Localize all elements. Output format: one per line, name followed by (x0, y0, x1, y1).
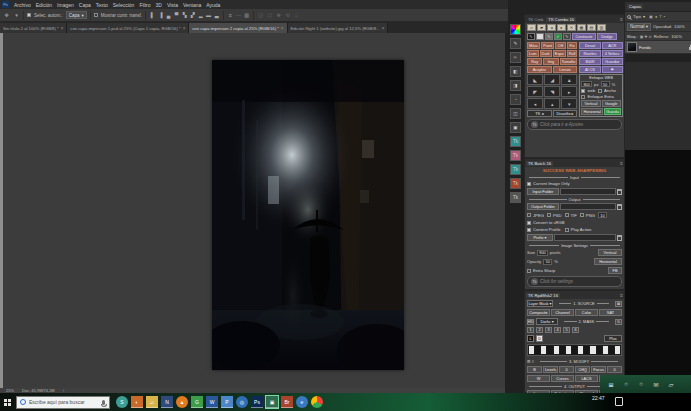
zone-key[interactable] (529, 346, 534, 354)
brush-chip-icon[interactable]: ✎ (536, 33, 544, 40)
combo-action-button[interactable]: Paint (541, 42, 554, 49)
zone-key[interactable] (560, 346, 565, 354)
zone-key[interactable] (603, 346, 608, 354)
input-folder-button[interactable]: Input Folder (527, 188, 559, 195)
document-tab[interactable]: Sin título-1 al 100% (RGB/8) * × (0, 23, 67, 33)
brush-chip-icon[interactable]: ✎ (563, 33, 571, 40)
play-action-checkbox[interactable] (565, 228, 569, 232)
combo-action-button[interactable]: Lienzo (553, 66, 578, 73)
combo-purple-button[interactable]: B&W (579, 58, 600, 65)
taskbar-search-box[interactable]: Escribe aquí para buscar (16, 396, 110, 409)
combo-purple-button[interactable]: ACR (602, 42, 623, 49)
format-checkbox[interactable] (565, 213, 569, 217)
zone-key[interactable] (584, 346, 589, 354)
output-folder-field[interactable] (560, 203, 616, 210)
contrast-button[interactable]: Contraste (572, 33, 596, 40)
input-folder-field[interactable] (560, 188, 616, 195)
guarda-button[interactable]: Guarda (604, 108, 621, 115)
combo-purple-button[interactable]: Guardar (602, 58, 623, 65)
modify-button[interactable]: B (527, 366, 542, 373)
mask-preview-button[interactable]: ◢ (544, 74, 560, 85)
align-icon[interactable]: ▃ (213, 12, 220, 18)
tk-module-icon[interactable]: ✎ (510, 38, 521, 49)
modify-button[interactable]: W (527, 375, 550, 382)
combo-action-button[interactable]: Roll (567, 50, 578, 57)
blend-mode-dropdown[interactable]: Normal ▾ (627, 23, 651, 31)
taskbar-app-icon[interactable]: ◐ (131, 396, 143, 408)
tray-icon[interactable]: ○ (622, 380, 630, 388)
combo-toolbar-icon[interactable]: ▰ (537, 24, 546, 31)
combo-toolbar-icon[interactable]: ▥ (597, 24, 606, 31)
modify-button[interactable]: CH() (575, 366, 590, 373)
filter-kind-icon[interactable]: T (659, 14, 661, 19)
layer-mask-dropdown[interactable]: Layer Mask ▾ (527, 300, 553, 307)
tk-back-button[interactable]: TK ◂ (527, 110, 552, 117)
filter-kind-icon[interactable]: ▪ (664, 14, 665, 19)
combo-action-button[interactable]: Dark (540, 50, 552, 57)
filter-kind-icon[interactable]: ▣ (649, 14, 653, 19)
lights-level-button[interactable]: 1 (527, 327, 534, 333)
lights-level-button[interactable]: 2 (536, 327, 543, 333)
vertical-button[interactable]: Vertical (598, 249, 622, 256)
align-icon[interactable]: ▚ (181, 12, 188, 18)
distribute-icon[interactable]: ⋯ (235, 12, 242, 18)
align-icon[interactable]: ▄ (165, 12, 172, 18)
batch-settings-search[interactable]: Tk Click for settings (527, 276, 622, 287)
lights-level-button[interactable]: 3 (545, 327, 552, 333)
layer-row-background[interactable]: Fondo (625, 41, 691, 54)
l-button[interactable]: L (527, 335, 534, 342)
combo-toolbar-icon[interactable]: ▱ (527, 24, 536, 31)
lights-level-button[interactable]: 5 (563, 327, 570, 333)
layer-thumbnail[interactable] (627, 42, 637, 52)
menu-item[interactable]: Vista (167, 2, 178, 8)
tab-capas[interactable]: Capas (627, 4, 643, 9)
tray-icon[interactable]: ⊞ (607, 380, 615, 388)
tk-settings-search[interactable]: Tk Click para ir a Ajustes (527, 119, 622, 130)
tray-icon[interactable]: ○ (637, 380, 645, 388)
tab-tk-rapidmask[interactable]: TK RpdMsk2 16 (526, 293, 560, 298)
profile-checkbox[interactable] (527, 228, 531, 232)
action-center-icon[interactable] (615, 397, 623, 406)
tk-module-icon[interactable]: ✑ (510, 52, 521, 63)
tk-module-icon[interactable]: Tk (510, 164, 521, 175)
autoselect-checkbox[interactable] (27, 13, 31, 17)
taskbar-app-icon[interactable]: Ps (251, 396, 263, 408)
tab-tk-cmb[interactable]: TK Cmb (526, 17, 545, 22)
tk-module-icon[interactable]: ◨ (510, 80, 521, 91)
modify-icons[interactable]: ⊞ ≡ (527, 359, 534, 364)
mask-preview-button[interactable]: ▲ (561, 74, 577, 85)
web-checkbox[interactable] (581, 89, 585, 93)
filter-type-label[interactable]: Tipo (633, 14, 641, 19)
modify-button[interactable]: Focus (591, 366, 606, 373)
tray-icon[interactable]: ▱ (667, 380, 675, 388)
tk-module-icon[interactable]: Tk (510, 150, 521, 161)
combo-action-button[interactable]: CH (555, 42, 566, 49)
close-tab-icon[interactable]: × (382, 26, 385, 31)
tab-tk-combo[interactable]: TK Combo 16 (546, 17, 576, 22)
fb-button[interactable]: FB (608, 267, 622, 274)
zone-key[interactable] (535, 346, 540, 354)
menu-item[interactable]: Capa (79, 2, 91, 8)
combo-action-button[interactable]: Expo (553, 50, 566, 57)
lock-icons[interactable]: ▣ ✚ ⊘ (640, 34, 652, 39)
zone-key[interactable] (566, 346, 571, 354)
format-checkbox[interactable] (547, 213, 551, 217)
current-image-checkbox[interactable] (527, 182, 531, 186)
align-icon[interactable]: ▀ (173, 12, 180, 18)
tk-module-icon[interactable]: Tk (510, 136, 521, 147)
modify-button[interactable]: 0 (559, 366, 574, 373)
tk-module-icon[interactable]: ◔ (510, 94, 521, 105)
brush-chip-icon[interactable]: ✎ (527, 33, 535, 40)
combo-toolbar-icon[interactable]: ▸ (557, 24, 566, 31)
ancho-checkbox[interactable] (598, 89, 602, 93)
combo-purple-button[interactable]: Niveles (579, 50, 600, 57)
lights-level-button[interactable]: 6 (572, 327, 579, 333)
transform-controls-checkbox[interactable] (94, 13, 98, 17)
taskbar-app-icon[interactable]: ◎ (236, 396, 248, 408)
zone-key[interactable] (554, 346, 559, 354)
google-button[interactable]: Google (602, 100, 621, 107)
zone-key[interactable] (547, 346, 552, 354)
layer-filter-search-icon[interactable] (627, 15, 631, 19)
close-tab-icon[interactable]: × (61, 26, 64, 31)
darks-dropdown[interactable]: Darks ▾ (536, 318, 558, 325)
